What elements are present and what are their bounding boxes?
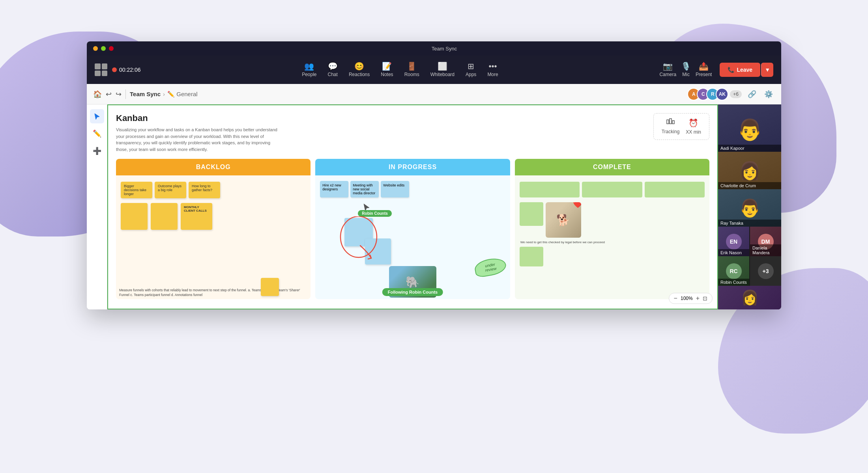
forward-icon[interactable]: ↪: [116, 90, 122, 99]
leave-button[interactable]: 📞 Leave: [720, 63, 760, 77]
backlog-large-stickies: MONTHLY CLIENT CALLS: [119, 201, 307, 231]
toolbar-left: 00:22:06: [95, 63, 141, 76]
back-icon[interactable]: ↩: [106, 90, 112, 99]
daniela-name-label: Daniela Mandera: [750, 244, 781, 256]
complete-sq-1: [520, 182, 580, 197]
zoom-controls: − 100% + ⊡: [669, 293, 713, 304]
toolbar-more[interactable]: ••• More: [487, 62, 498, 77]
leave-dropdown-button[interactable]: ▼: [761, 63, 773, 77]
under-review-text: under review: [485, 262, 497, 272]
breadcrumb-separator: ›: [163, 91, 165, 97]
rooms-icon: 🚪: [407, 62, 417, 70]
grid-view-button[interactable]: [95, 63, 107, 76]
notes-icon: 📝: [382, 62, 392, 70]
ray-name-label: Ray Tanaka: [718, 220, 781, 227]
under-review-bubble: under review: [473, 256, 507, 278]
toolbar-chat[interactable]: 💬 Chat: [328, 62, 338, 77]
phone-icon: 📞: [728, 67, 734, 73]
sticky-backlog-3: How long to gather facts?: [189, 182, 220, 198]
toolbar-whiteboard[interactable]: ⬜ Whiteboard: [430, 62, 455, 77]
tracking-label: Tracking: [662, 129, 680, 134]
toolbar-apps[interactable]: ⊞ Apps: [466, 62, 476, 77]
recording-indicator: 00:22:06: [112, 67, 141, 73]
settings-icon[interactable]: ⚙️: [762, 88, 775, 101]
window-title: Team Sync: [114, 46, 775, 52]
toolbar-notes[interactable]: 📝 Notes: [381, 62, 393, 77]
card-hire-text: Hire x2 new designers: [322, 183, 341, 191]
complete-sq-bottom: [520, 247, 543, 266]
svg-rect-1: [670, 119, 672, 124]
toolbar-people[interactable]: 👥 People: [302, 62, 316, 77]
leave-label: Leave: [737, 67, 752, 73]
video-tile-more: +3: [750, 256, 781, 286]
chat-icon: 💬: [328, 62, 338, 70]
reactions-label: Reactions: [349, 72, 370, 77]
time-action[interactable]: ⏰ XX min: [686, 118, 701, 135]
more-participants-badge[interactable]: +3: [758, 263, 774, 279]
heart-decoration: ❤️: [573, 202, 581, 209]
kanban-description: Visualizing your workflow and tasks on a…: [116, 127, 282, 153]
backlog-top-stickies: Bigger decisions take longer Outcome pla…: [119, 179, 307, 200]
video-row-robin-more: RC Robin Counts +3: [718, 256, 781, 286]
present-button[interactable]: 📤 Present: [696, 62, 712, 77]
complete-body: 🐕 ❤️ We need to get this checked by lega…: [515, 175, 709, 299]
complete-middle-row: 🐕 ❤️: [520, 202, 705, 238]
zoom-in-button[interactable]: +: [696, 295, 700, 302]
breadcrumb: Team Sync › ✏️ General: [130, 91, 198, 98]
backlog-header: BACKLOG: [116, 159, 311, 175]
card-website: Website edits: [381, 181, 409, 197]
legal-note: We need to get this checked by legal bef…: [520, 240, 705, 244]
minimize-button[interactable]: —: [93, 46, 98, 51]
sticky-small-bottom: [261, 278, 279, 296]
close-button[interactable]: ✕: [109, 46, 114, 51]
mic-icon: 🎙️: [681, 62, 691, 70]
aadi-name-label: Aadi Kapoor: [718, 145, 781, 152]
inprogress-header: IN PROGRESS: [315, 159, 510, 175]
pen-tool[interactable]: ✏️: [90, 127, 104, 141]
video-tile-ray: 👨 Ray Tanaka: [718, 189, 781, 227]
clock-icon: ⏰: [688, 118, 698, 128]
apps-label: Apps: [466, 72, 476, 77]
camera-button[interactable]: 📷 Camera: [659, 62, 676, 77]
zoom-out-button[interactable]: −: [674, 295, 677, 302]
svg-rect-0: [667, 120, 669, 124]
share-icon[interactable]: 🔗: [746, 88, 758, 101]
fit-view-button[interactable]: ⊡: [703, 295, 707, 302]
robin-name-label: Robin Counts: [718, 279, 749, 286]
sticky-large-1: [121, 203, 148, 230]
red-circle-group: [339, 218, 394, 269]
erik-name-label: Erik Nason: [718, 249, 749, 256]
meeting-toolbar: 00:22:06 👥 People 💬 Chat 😊 Reactions 📝 N…: [87, 56, 781, 84]
video-tile-erik: EN Erik Nason: [718, 227, 749, 256]
video-row-erik-daniela: EN Erik Nason DM Daniela Mandera: [718, 227, 781, 256]
video-panel: 👨 Aadi Kapoor 👩 Charlotte de Crum 👨 Ray …: [718, 104, 781, 309]
maximize-button[interactable]: □: [101, 46, 106, 51]
tracking-action[interactable]: Tracking: [662, 118, 680, 135]
video-tile-last: 👩: [718, 286, 781, 309]
more-label: More: [487, 72, 498, 77]
video-tile-robin: RC Robin Counts: [718, 256, 749, 286]
toolbar-center: 👥 People 💬 Chat 😊 Reactions 📝 Notes 🚪 Ro…: [141, 62, 660, 77]
present-icon: 📤: [699, 62, 709, 70]
complete-header: COMPLETE: [515, 159, 709, 175]
chat-label: Chat: [328, 72, 338, 77]
kanban-actions: Tracking ⏰ XX min: [653, 113, 709, 140]
breadcrumb-sub-text: General: [176, 91, 197, 97]
participant-avatars: A C R AK +6: [687, 88, 742, 101]
home-icon[interactable]: 🏠: [93, 90, 102, 99]
add-tool[interactable]: ➕: [90, 144, 104, 158]
avatar-overflow-count: +6: [730, 90, 742, 98]
title-bar: — □ ✕ Team Sync: [87, 41, 781, 56]
select-tool[interactable]: [90, 109, 104, 123]
sticky-backlog-2: Outcome plays a big role: [155, 182, 186, 198]
window-controls: — □ ✕: [93, 46, 114, 51]
toolbar-rooms[interactable]: 🚪 Rooms: [404, 62, 419, 77]
grid-cell: [95, 71, 101, 76]
complete-sq-3: [645, 182, 705, 197]
grid-cell: [102, 71, 108, 76]
main-content: ✏️ ➕ Kanban Visualizing your workflow an…: [87, 104, 781, 309]
toolbar-reactions[interactable]: 😊 Reactions: [349, 62, 370, 77]
avatar-4: AK: [716, 88, 728, 101]
complete-sq-2: [582, 182, 642, 197]
mic-button[interactable]: 🎙️ Mic: [681, 62, 691, 77]
